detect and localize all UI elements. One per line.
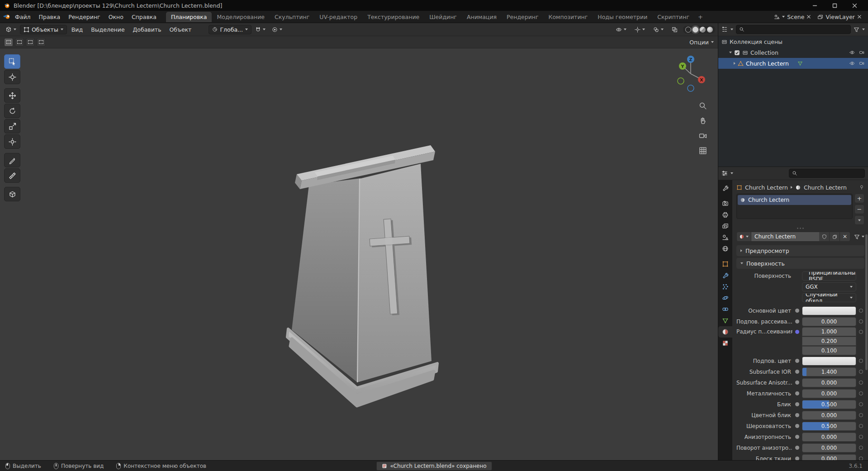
material-fil ter-dropdown[interactable] bbox=[854, 234, 864, 240]
camera-icon[interactable] bbox=[859, 61, 865, 66]
eye-icon[interactable] bbox=[849, 50, 855, 55]
maximize-button[interactable] bbox=[825, 0, 844, 11]
camera-icon[interactable] bbox=[859, 50, 865, 55]
outliner-row-collection[interactable]: Collection bbox=[718, 47, 868, 58]
add-workspace-button[interactable]: + bbox=[694, 12, 707, 22]
filter-caret[interactable] bbox=[862, 29, 865, 30]
mode-dropdown[interactable]: Объекты bbox=[20, 25, 67, 34]
tab-output[interactable] bbox=[718, 209, 732, 220]
material-slot-item[interactable]: Church Lectern bbox=[738, 195, 851, 205]
unlink-material-button[interactable]: ✕ bbox=[840, 232, 850, 242]
pan-hand-icon[interactable] bbox=[699, 117, 707, 125]
scene-unlink-icon[interactable] bbox=[806, 14, 811, 19]
eye-icon[interactable] bbox=[849, 61, 855, 66]
tab-particles[interactable] bbox=[718, 281, 732, 292]
workspace-tab-geometry-nodes[interactable]: Ноды геометрии bbox=[593, 12, 652, 22]
menu-window[interactable]: Окно bbox=[104, 12, 128, 22]
decorator-dot[interactable] bbox=[859, 446, 863, 450]
menu-help[interactable]: Справка bbox=[128, 12, 161, 22]
surface-panel-header[interactable]: Поверхность bbox=[736, 258, 864, 269]
tab-material[interactable] bbox=[718, 326, 732, 338]
select-box-tool[interactable] bbox=[4, 54, 20, 69]
subsurface-slider[interactable]: 0.000 bbox=[802, 317, 856, 326]
workspace-tab-rendering[interactable]: Рендеринг bbox=[502, 12, 544, 22]
anisotropic-slider[interactable]: 0.000 bbox=[802, 433, 856, 442]
properties-editor-icon[interactable] bbox=[721, 170, 728, 176]
metallic-slider[interactable]: 0.000 bbox=[802, 389, 856, 398]
sheen-slider[interactable]: 0.000 bbox=[802, 454, 856, 461]
decorator-dot[interactable] bbox=[859, 413, 863, 417]
close-button[interactable] bbox=[844, 0, 864, 11]
material-slot-list[interactable]: Church Lectern bbox=[736, 194, 853, 219]
view-layer-unlink-icon[interactable] bbox=[857, 14, 862, 19]
rotate-tool[interactable] bbox=[4, 104, 20, 118]
lectern-3d-model[interactable] bbox=[271, 134, 466, 424]
select-mode-set-button[interactable] bbox=[4, 38, 13, 47]
select-mode-invert-button[interactable] bbox=[37, 38, 46, 47]
decorator-dot[interactable] bbox=[859, 370, 863, 374]
workspace-tab-uv[interactable]: UV-редактор bbox=[314, 12, 362, 22]
new-material-button[interactable] bbox=[830, 232, 840, 242]
anisotropic-rotation-slider[interactable]: 0.000 bbox=[802, 443, 856, 452]
outliner-editor-caret[interactable] bbox=[730, 29, 733, 30]
move-tool[interactable] bbox=[4, 88, 20, 103]
tab-texture[interactable] bbox=[718, 338, 732, 349]
collection-expand-icon[interactable] bbox=[729, 52, 732, 53]
radius-y-field[interactable]: 0.200 bbox=[802, 337, 856, 346]
select-mode-subtract-button[interactable] bbox=[26, 38, 35, 47]
outliner-row-scene-collection[interactable]: Коллекция сцены bbox=[718, 36, 868, 47]
tab-constraints[interactable] bbox=[718, 304, 732, 315]
workspace-tab-scripting[interactable]: Скриптинг bbox=[652, 12, 694, 22]
tab-modifiers[interactable] bbox=[718, 270, 732, 281]
minimize-button[interactable] bbox=[805, 0, 825, 11]
gizmo-neg-y-axis[interactable] bbox=[678, 78, 684, 84]
toggle-grid-icon[interactable] bbox=[699, 147, 707, 155]
decorator-dot[interactable] bbox=[859, 359, 863, 363]
shading-solid-button[interactable] bbox=[693, 27, 698, 33]
outliner-row-object[interactable]: Church Lectern bbox=[718, 58, 868, 69]
workspace-tab-shading[interactable]: Шейдинг bbox=[424, 12, 462, 22]
tab-tool[interactable] bbox=[718, 182, 732, 194]
specular-tint-slider[interactable]: 0.000 bbox=[802, 411, 856, 420]
subsurface-ior-slider[interactable]: 1.400 bbox=[802, 367, 856, 376]
view-layer-selector[interactable]: ViewLayer bbox=[817, 14, 862, 20]
decorator-dot[interactable] bbox=[859, 402, 863, 406]
preview-panel-header[interactable]: Предпросмотр bbox=[736, 245, 864, 256]
workspace-tab-animation[interactable]: Анимация bbox=[462, 12, 502, 22]
slot-list-resize-grip[interactable] bbox=[736, 226, 864, 230]
sss-method-dropdown[interactable]: Случайный обход bbox=[802, 293, 856, 302]
decorator-dot[interactable] bbox=[859, 391, 863, 395]
select-mode-extend-button[interactable] bbox=[15, 38, 24, 47]
shading-material-button[interactable] bbox=[700, 27, 706, 33]
gizmos-dropdown[interactable] bbox=[632, 25, 648, 34]
tab-scene[interactable] bbox=[718, 232, 732, 243]
tab-object[interactable] bbox=[718, 258, 732, 270]
zoom-icon[interactable] bbox=[699, 102, 707, 110]
decorator-dot[interactable] bbox=[859, 330, 863, 334]
add-cube-tool[interactable] bbox=[4, 187, 20, 201]
scale-tool[interactable] bbox=[4, 119, 20, 133]
radius-x-field[interactable]: 1.000 bbox=[802, 327, 856, 336]
tab-physics[interactable] bbox=[718, 292, 732, 304]
slot-specials-button[interactable] bbox=[854, 215, 864, 225]
specular-slider[interactable]: 0.500 bbox=[802, 400, 856, 409]
viewport-menu-add[interactable]: Добавить bbox=[129, 25, 165, 34]
properties-scrollbar[interactable] bbox=[865, 234, 868, 370]
breadcrumb-material[interactable]: Church Lectern bbox=[804, 184, 847, 191]
overlays-dropdown[interactable] bbox=[650, 25, 666, 34]
gizmo-neg-z-axis[interactable] bbox=[688, 85, 694, 91]
outliner-search-field[interactable] bbox=[736, 25, 851, 34]
tab-view-layer[interactable] bbox=[718, 220, 732, 232]
decorator-dot[interactable] bbox=[859, 424, 863, 428]
tool-options-dropdown[interactable]: Опции bbox=[689, 39, 714, 46]
add-slot-button[interactable]: + bbox=[854, 194, 864, 203]
collection-checkbox[interactable] bbox=[734, 50, 740, 56]
measure-tool[interactable] bbox=[4, 168, 20, 183]
workspace-tab-modeling[interactable]: Моделирование bbox=[212, 12, 269, 22]
shader-menu-field[interactable]: Принципиальный BSDF bbox=[802, 271, 856, 281]
annotate-tool[interactable] bbox=[4, 153, 20, 167]
browse-material-button[interactable] bbox=[736, 232, 751, 242]
radius-z-field[interactable]: 0.100 bbox=[802, 346, 856, 355]
shading-rendered-button[interactable] bbox=[707, 27, 713, 33]
object-expand-icon[interactable] bbox=[734, 62, 735, 65]
